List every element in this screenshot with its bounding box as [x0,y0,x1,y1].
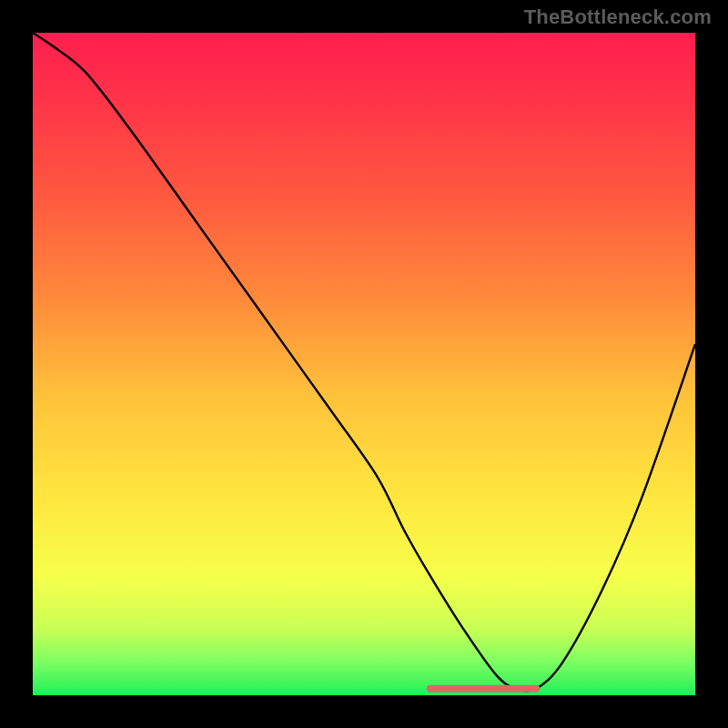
chart-svg [33,33,695,695]
plot-area [33,33,695,695]
watermark-text: TheBottleneck.com [524,5,712,29]
frame: TheBottleneck.com [0,0,728,728]
